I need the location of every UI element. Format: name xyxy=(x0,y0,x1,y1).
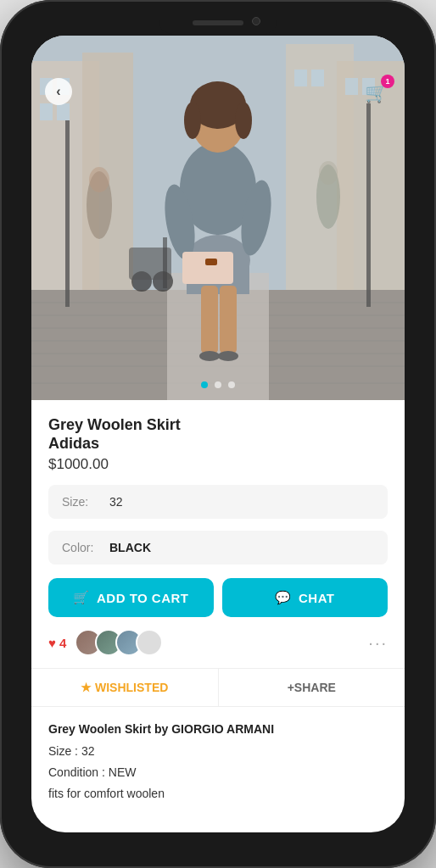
size-label: Size: xyxy=(62,495,99,509)
more-options[interactable]: ··· xyxy=(368,633,388,653)
dot-3[interactable] xyxy=(228,381,235,388)
size-value: 32 xyxy=(109,495,123,509)
svg-point-39 xyxy=(89,167,109,192)
color-value: BLACK xyxy=(109,541,151,554)
svg-rect-45 xyxy=(163,237,167,288)
wishlisted-star-icon: ★ xyxy=(81,681,92,694)
cart-badge: 1 xyxy=(381,75,394,88)
product-name: Grey Woolen Skirt xyxy=(48,415,388,435)
share-label: +SHARE xyxy=(288,681,336,694)
tab-row: ★ WISHLISTED +SHARE xyxy=(31,668,405,707)
heart-icon: ♥ xyxy=(48,636,56,650)
chat-button-icon: 💬 xyxy=(275,590,292,605)
cart-button-icon: 🛒 xyxy=(73,590,90,605)
svg-point-36 xyxy=(184,102,201,139)
social-row: ♥ 4 ··· xyxy=(31,617,405,656)
svg-point-37 xyxy=(235,102,252,139)
back-button[interactable]: ‹ xyxy=(45,78,72,105)
svg-rect-10 xyxy=(311,70,324,86)
color-label: Color: xyxy=(62,541,99,554)
product-brand: Adidas xyxy=(48,435,388,453)
chat-label: CHAT xyxy=(299,591,335,605)
svg-rect-7 xyxy=(40,103,53,120)
product-description: Grey Woolen Skirt by GIORGIO ARMANI Size… xyxy=(31,707,405,816)
desc-text: fits for comfort woolen xyxy=(48,783,388,804)
heart-number: 4 xyxy=(59,636,66,650)
phone-shell: ‹ 🛒 1 Grey Woolen Skirt Adidas $1000.00 … xyxy=(0,0,436,868)
svg-rect-2 xyxy=(82,53,133,290)
svg-rect-23 xyxy=(366,103,371,307)
desc-size: Size : 32 xyxy=(48,741,388,762)
wishlisted-label: WISHLISTED xyxy=(95,681,168,694)
back-icon: ‹ xyxy=(56,84,60,99)
image-dots-indicator xyxy=(201,381,235,388)
size-selector[interactable]: Size: 32 xyxy=(48,485,388,519)
product-price: $1000.00 xyxy=(48,456,388,473)
svg-rect-22 xyxy=(65,120,70,307)
avatar-4 xyxy=(136,629,163,656)
svg-point-29 xyxy=(199,351,220,361)
dot-1[interactable] xyxy=(201,381,208,388)
svg-rect-8 xyxy=(57,103,70,120)
svg-point-41 xyxy=(319,161,338,185)
svg-rect-28 xyxy=(220,286,237,353)
avatar-stack xyxy=(75,629,163,656)
svg-point-30 xyxy=(218,351,238,361)
share-tab[interactable]: +SHARE xyxy=(219,669,405,706)
color-selector[interactable]: Color: BLACK xyxy=(48,531,388,565)
heart-count[interactable]: ♥ 4 xyxy=(48,636,66,650)
add-to-cart-label: ADD TO CART xyxy=(97,591,189,605)
svg-rect-9 xyxy=(294,70,307,86)
svg-rect-46 xyxy=(205,259,217,265)
product-info: Grey Woolen Skirt Adidas $1000.00 xyxy=(31,400,405,473)
desc-condition: Condition : NEW xyxy=(48,762,388,783)
desc-title: Grey Woolen Skirt by GIORGIO ARMANI xyxy=(48,719,388,740)
dot-2[interactable] xyxy=(215,381,221,388)
svg-rect-11 xyxy=(345,78,358,95)
speaker xyxy=(193,20,243,25)
add-to-cart-button[interactable]: 🛒 ADD TO CART xyxy=(48,578,214,617)
cart-button[interactable]: 🛒 1 xyxy=(361,78,391,108)
svg-rect-33 xyxy=(182,252,233,284)
svg-rect-27 xyxy=(201,286,218,353)
action-buttons: 🛒 ADD TO CART 💬 CHAT xyxy=(31,565,405,617)
wishlisted-tab[interactable]: ★ WISHLISTED xyxy=(31,669,219,706)
screen: ‹ 🛒 1 Grey Woolen Skirt Adidas $1000.00 … xyxy=(31,36,405,832)
front-camera xyxy=(252,17,260,25)
product-image-container: ‹ 🛒 1 xyxy=(31,36,405,400)
chat-button[interactable]: 💬 CHAT xyxy=(222,578,388,617)
